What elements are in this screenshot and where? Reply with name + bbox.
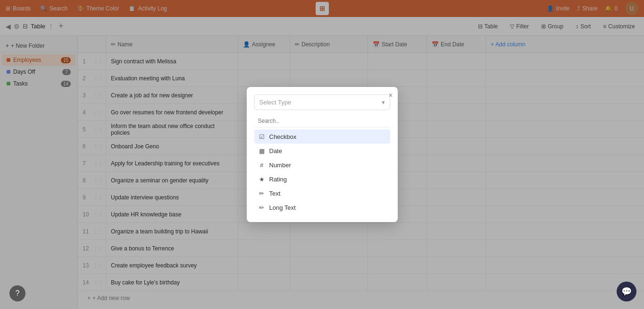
type-item-date[interactable]: ▦ Date [254, 144, 390, 158]
select-type-dropdown[interactable]: Select Type ▾ [254, 94, 390, 110]
checkbox-icon: ☑ [258, 133, 266, 140]
chat-button[interactable]: 💬 [617, 282, 636, 301]
help-button[interactable]: ? [9, 285, 25, 301]
modal-overlay[interactable]: × Select Type ▾ ☑ Checkbox ▦ Date # Numb… [0, 0, 644, 309]
modal-close-button[interactable]: × [388, 92, 393, 99]
type-list: ☑ Checkbox ▦ Date # Number ★ Rating ✏ Te… [254, 129, 390, 215]
type-item-number[interactable]: # Number [254, 158, 390, 172]
text-label: Text [269, 190, 281, 197]
type-item-text[interactable]: ✏ Text [254, 186, 390, 200]
rating-label: Rating [269, 176, 287, 183]
number-label: Number [269, 162, 291, 169]
text-icon: ✏ [258, 189, 266, 197]
type-item-longtext[interactable]: ✏ Long Text [254, 200, 390, 215]
date-icon: ▦ [258, 147, 266, 154]
date-label: Date [269, 147, 282, 154]
number-icon: # [258, 161, 266, 169]
longtext-label: Long Text [269, 204, 296, 211]
select-type-placeholder: Select Type [259, 99, 292, 106]
type-item-rating[interactable]: ★ Rating [254, 172, 390, 186]
rating-icon: ★ [258, 175, 266, 183]
chat-icon: 💬 [621, 286, 632, 297]
type-item-checkbox[interactable]: ☑ Checkbox [254, 129, 390, 144]
help-icon: ? [16, 289, 20, 298]
modal: × Select Type ▾ ☑ Checkbox ▦ Date # Numb… [247, 87, 398, 222]
longtext-icon: ✏ [258, 204, 266, 211]
checkbox-label: Checkbox [269, 133, 297, 140]
dropdown-chevron-icon: ▾ [382, 99, 385, 106]
type-search-input[interactable] [254, 115, 390, 128]
